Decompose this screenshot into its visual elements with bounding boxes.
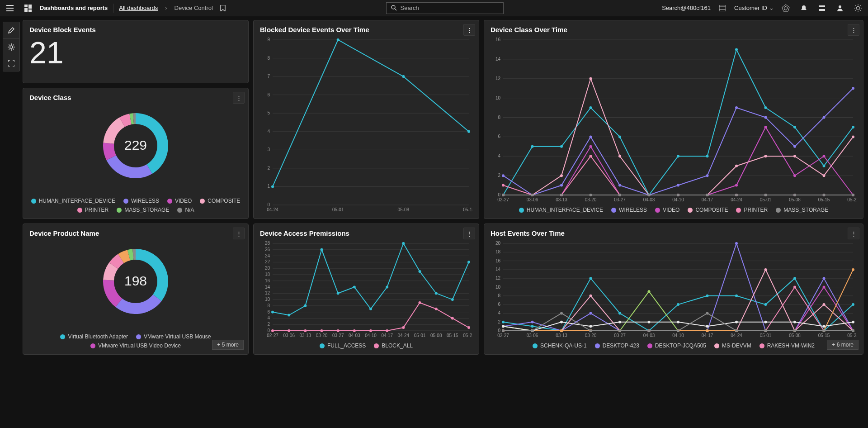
bell-icon[interactable] [797,2,810,14]
svg-rect-0 [24,5,28,7]
bookmark-icon[interactable] [218,2,227,14]
account-label: Search@480cf161 [662,5,711,11]
chevron-down-icon: ⌄ [769,5,774,11]
svg-rect-1 [28,5,32,9]
svg-rect-2 [24,8,28,12]
customer-id-dropdown[interactable]: Customer ID⌄ [734,5,774,11]
divider [113,4,113,13]
radar-icon[interactable] [779,2,792,14]
user-icon[interactable] [834,2,846,14]
hamburger-icon[interactable] [4,2,16,14]
svg-point-10 [839,5,841,8]
svg-point-4 [392,5,395,9]
svg-rect-5 [719,5,726,11]
breadcrumb-link[interactable]: All dashboards [119,5,158,11]
svg-rect-3 [28,10,32,12]
svg-point-11 [856,6,860,10]
global-search[interactable]: Search [386,2,504,14]
svg-marker-6 [782,5,789,11]
search-placeholder: Search [401,5,419,11]
inbox-icon[interactable] [816,2,828,14]
svg-rect-8 [819,5,825,7]
breadcrumb-current: Device Control [175,5,213,11]
search-icon [391,5,397,11]
account-settings-icon[interactable] [716,2,729,14]
topbar: Dashboards and reports All dashboards › … [0,0,868,16]
svg-rect-9 [819,9,825,11]
svg-marker-7 [784,6,788,10]
theme-icon[interactable] [852,2,864,14]
dashboards-icon[interactable] [22,2,34,14]
chevron-right-icon: › [165,5,167,11]
section-title: Dashboards and reports [40,5,108,11]
